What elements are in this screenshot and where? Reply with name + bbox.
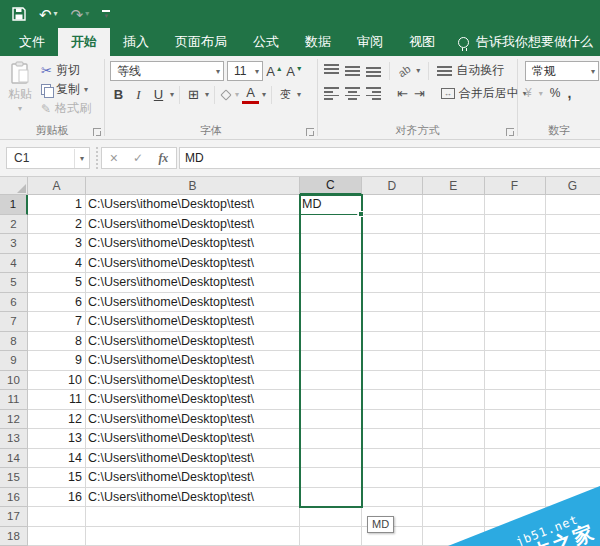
cell-D4[interactable] xyxy=(362,254,424,274)
column-header-E[interactable]: E xyxy=(423,177,485,195)
cell-A1[interactable]: 1 xyxy=(28,195,86,215)
cell-G12[interactable] xyxy=(546,410,600,430)
cell-G1[interactable] xyxy=(546,195,600,215)
row-header-3[interactable]: 3 xyxy=(0,234,28,254)
increase-indent-icon[interactable]: ⇥ xyxy=(414,86,425,101)
fill-color-icon[interactable] xyxy=(220,89,231,100)
cell-G14[interactable] xyxy=(546,449,600,469)
copy-button[interactable]: 复制 ▾ xyxy=(41,80,91,99)
cell-B7[interactable]: C:\Users\ithome\Desktop\test\ xyxy=(86,312,300,332)
insert-function-icon[interactable]: fx xyxy=(158,151,168,166)
formula-input[interactable]: MD xyxy=(179,147,600,169)
font-color-caret-icon[interactable]: ▾ xyxy=(262,90,266,99)
cell-C16[interactable] xyxy=(300,488,362,508)
cell-G8[interactable] xyxy=(546,332,600,352)
cell-A6[interactable]: 6 xyxy=(28,293,86,313)
fill-handle[interactable] xyxy=(358,211,364,217)
cell-A9[interactable]: 9 xyxy=(28,351,86,371)
customize-quick-access-icon[interactable]: ▾ xyxy=(102,10,110,18)
cell-E5[interactable] xyxy=(423,273,485,293)
cell-A13[interactable]: 13 xyxy=(28,429,86,449)
cell-A16[interactable]: 16 xyxy=(28,488,86,508)
paste-button[interactable]: 粘贴 ▾ xyxy=(3,61,37,118)
tab-data[interactable]: 数据 xyxy=(292,28,344,56)
cell-F5[interactable] xyxy=(485,273,546,293)
cell-F9[interactable] xyxy=(485,351,546,371)
cell-C5[interactable] xyxy=(300,273,362,293)
tab-insert[interactable]: 插入 xyxy=(110,28,162,56)
cell-A4[interactable]: 4 xyxy=(28,254,86,274)
font-name-combobox[interactable]: 等线 ▾ xyxy=(110,61,224,81)
cell-E4[interactable] xyxy=(423,254,485,274)
cell-E15[interactable] xyxy=(423,468,485,488)
row-header-16[interactable]: 16 xyxy=(0,488,28,508)
cell-B1[interactable]: C:\Users\ithome\Desktop\test\ xyxy=(86,195,300,215)
cell-B8[interactable]: C:\Users\ithome\Desktop\test\ xyxy=(86,332,300,352)
cell-A3[interactable]: 3 xyxy=(28,234,86,254)
tab-view[interactable]: 视图 xyxy=(396,28,448,56)
cell-C12[interactable] xyxy=(300,410,362,430)
cell-E9[interactable] xyxy=(423,351,485,371)
cell-G11[interactable] xyxy=(546,390,600,410)
align-right-icon[interactable] xyxy=(366,87,381,100)
center-icon[interactable] xyxy=(345,87,360,100)
cell-E11[interactable] xyxy=(423,390,485,410)
cell-E12[interactable] xyxy=(423,410,485,430)
cell-E14[interactable] xyxy=(423,449,485,469)
column-header-F[interactable]: F xyxy=(485,177,546,195)
cell-F16[interactable] xyxy=(485,488,546,508)
tab-page-layout[interactable]: 页面布局 xyxy=(162,28,240,56)
cell-E8[interactable] xyxy=(423,332,485,352)
row-header-15[interactable]: 15 xyxy=(0,468,28,488)
cell-A7[interactable]: 7 xyxy=(28,312,86,332)
cell-F13[interactable] xyxy=(485,429,546,449)
row-header-2[interactable]: 2 xyxy=(0,215,28,235)
decrease-font-size-button[interactable]: A▼ xyxy=(286,62,303,81)
cell-G6[interactable] xyxy=(546,293,600,313)
name-box[interactable]: C1 ▾ xyxy=(6,147,90,169)
cell-E7[interactable] xyxy=(423,312,485,332)
merge-center-button[interactable]: ↔ 合并后居中 ▾ xyxy=(441,84,527,103)
cell-B14[interactable]: C:\Users\ithome\Desktop\test\ xyxy=(86,449,300,469)
cell-G9[interactable] xyxy=(546,351,600,371)
clipboard-dialog-launcher-icon[interactable] xyxy=(93,128,101,136)
fill-color-caret-icon[interactable]: ▾ xyxy=(235,90,239,99)
accounting-caret-icon[interactable]: ▾ xyxy=(539,89,543,98)
row-header-13[interactable]: 13 xyxy=(0,429,28,449)
phonetic-caret-icon[interactable]: ▾ xyxy=(297,90,301,99)
name-box-caret-icon[interactable]: ▾ xyxy=(74,149,89,168)
middle-align-icon[interactable] xyxy=(345,64,360,77)
bottom-align-icon[interactable] xyxy=(366,64,381,77)
accounting-format-icon[interactable]: ¥ xyxy=(525,86,532,100)
cell-C9[interactable] xyxy=(300,351,362,371)
bold-button[interactable]: B xyxy=(110,85,127,104)
cell-F1[interactable] xyxy=(485,195,546,215)
cell-B15[interactable]: C:\Users\ithome\Desktop\test\ xyxy=(86,468,300,488)
align-left-icon[interactable] xyxy=(324,87,339,100)
cell-G13[interactable] xyxy=(546,429,600,449)
row-header-1[interactable]: 1 xyxy=(0,195,28,215)
tab-formulas[interactable]: 公式 xyxy=(240,28,292,56)
cell-B3[interactable]: C:\Users\ithome\Desktop\test\ xyxy=(86,234,300,254)
cell-G15[interactable] xyxy=(546,468,600,488)
cell-F2[interactable] xyxy=(485,215,546,235)
phonetic-guide-button[interactable]: 变 xyxy=(277,85,294,104)
decrease-indent-icon[interactable]: ⇤ xyxy=(397,86,408,101)
cell-F6[interactable] xyxy=(485,293,546,313)
cell-G2[interactable] xyxy=(546,215,600,235)
cell-A5[interactable]: 5 xyxy=(28,273,86,293)
cell-F14[interactable] xyxy=(485,449,546,469)
cell-B17[interactable] xyxy=(86,507,300,527)
cancel-icon[interactable] xyxy=(110,150,118,166)
cell-B13[interactable]: C:\Users\ithome\Desktop\test\ xyxy=(86,429,300,449)
cell-A17[interactable] xyxy=(28,507,86,527)
enter-icon[interactable] xyxy=(133,151,143,165)
tab-review[interactable]: 审阅 xyxy=(344,28,396,56)
cell-B10[interactable]: C:\Users\ithome\Desktop\test\ xyxy=(86,371,300,391)
font-color-button[interactable]: A xyxy=(242,85,259,104)
cell-F3[interactable] xyxy=(485,234,546,254)
font-size-combobox[interactable]: 11 ▾ xyxy=(227,61,263,81)
select-all-corner[interactable] xyxy=(0,177,28,195)
increase-font-size-button[interactable]: A▲ xyxy=(266,62,283,81)
cell-C15[interactable] xyxy=(300,468,362,488)
